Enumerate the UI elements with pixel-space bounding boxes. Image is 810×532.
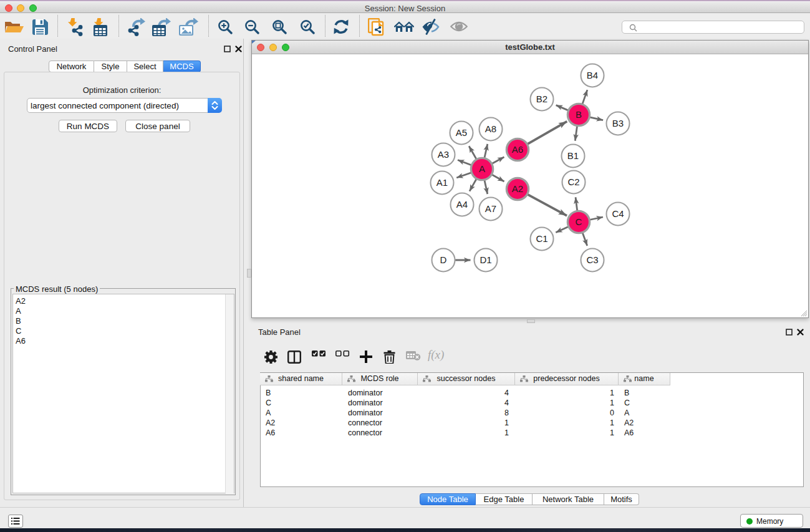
svg-text:B1: B1 — [567, 150, 579, 161]
svg-text:D: D — [440, 254, 447, 265]
svg-text:C4: C4 — [612, 208, 624, 219]
svg-text:C1: C1 — [536, 233, 547, 244]
svg-text:A7: A7 — [485, 203, 496, 214]
svg-text:A4: A4 — [456, 199, 468, 210]
svg-text:A2: A2 — [512, 183, 523, 194]
svg-text:B4: B4 — [587, 70, 598, 80]
svg-text:A1: A1 — [436, 177, 448, 188]
svg-text:B2: B2 — [536, 94, 547, 104]
svg-text:D1: D1 — [480, 254, 491, 265]
svg-text:A6: A6 — [512, 144, 523, 155]
svg-text:C: C — [576, 216, 582, 227]
svg-text:C3: C3 — [586, 254, 598, 265]
svg-text:B3: B3 — [612, 118, 624, 128]
svg-text:A3: A3 — [438, 149, 449, 160]
svg-text:A: A — [479, 163, 485, 174]
svg-text:A5: A5 — [456, 127, 467, 138]
svg-text:C2: C2 — [567, 177, 579, 187]
svg-text:B: B — [576, 109, 582, 120]
svg-text:A8: A8 — [485, 123, 496, 134]
